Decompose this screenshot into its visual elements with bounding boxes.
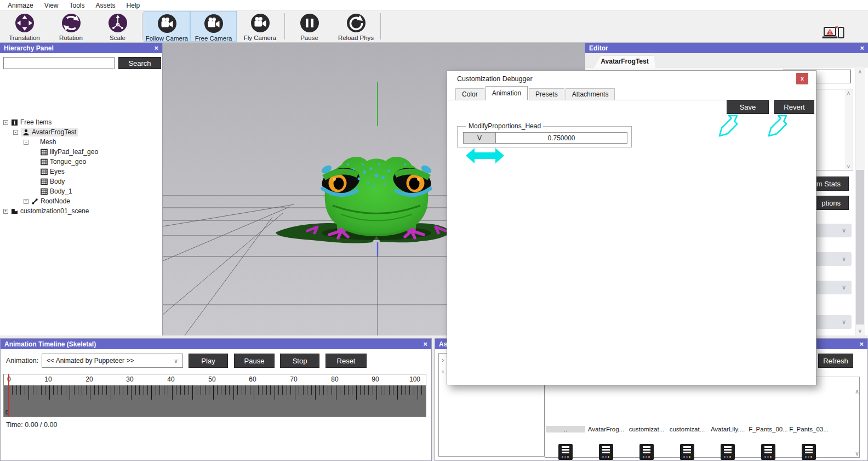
translation-button[interactable]: Translation (1, 11, 48, 42)
menu-view[interactable]: View (39, 0, 64, 11)
close-icon[interactable]: × (423, 340, 427, 348)
refresh-button[interactable]: Refresh (818, 354, 853, 368)
tree-item-body[interactable]: Body (41, 177, 65, 186)
tree-item-label: customization01_scene (20, 207, 89, 215)
expand-icon[interactable]: + (3, 209, 8, 214)
save-pointer-arrow-icon (718, 113, 740, 138)
chevron-down-icon[interactable]: ∨ (855, 328, 865, 334)
tree-item-lilypad-leaf-geo[interactable]: lilyPad_leaf_geo (41, 147, 98, 157)
parameter-value-field[interactable]: 0.750000 (496, 133, 627, 143)
asset-item[interactable]: AvatarFrog... (586, 426, 626, 432)
menu-tools[interactable]: Tools (64, 0, 90, 11)
collapse-icon[interactable]: - (13, 130, 18, 135)
timeline-ruler[interactable]: 0 10 20 30 40 50 60 70 80 90 100 0 (3, 374, 426, 417)
menu-assets[interactable]: Assets (90, 0, 121, 11)
chevron-right-icon: › (442, 367, 444, 375)
asset-item[interactable]: crown_king... (789, 444, 829, 461)
chevron-down-icon: ∨ (842, 227, 846, 234)
hierarchy-panel: Hierarchy Panel × Search - Free Items - … (0, 43, 163, 335)
dialog-close-button[interactable]: x (796, 73, 808, 84)
tab-animation[interactable]: Animation (486, 86, 528, 100)
tree-item-body-1[interactable]: Body_1 (41, 186, 72, 196)
asset-item[interactable]: PropEvilM... (708, 444, 747, 461)
tree-item-free-items[interactable]: - Free Items (3, 117, 52, 127)
asset-item[interactable]: F_Shirt_00.... (546, 444, 585, 461)
modify-proportions-group: ModifyProportions_Head V 0.750000 (457, 126, 632, 147)
asset-item[interactable]: F_Pants_03... (789, 426, 829, 432)
animation-select[interactable]: << Animated by Puppeteer >> ∨ (42, 354, 183, 368)
pause-button[interactable]: Pause (286, 11, 333, 42)
rotation-icon (61, 13, 82, 33)
inner-scrollbar[interactable]: ∧ ∨ (845, 90, 852, 169)
tab-avatarfrogtest[interactable]: AvatarFrogTest (594, 55, 655, 67)
tree-item-customization01-scene[interactable]: + customization01_scene (3, 206, 89, 216)
expand-icon[interactable]: + (24, 199, 28, 204)
stop-button[interactable]: Stop (280, 354, 319, 368)
rotation-button[interactable]: Rotation (48, 11, 94, 42)
search-button[interactable]: Search (118, 57, 161, 69)
scale-button[interactable]: Scale (94, 11, 141, 42)
reset-button[interactable]: Reset (326, 354, 367, 368)
playhead[interactable] (8, 374, 9, 417)
main-toolbar: Translation Rotation Scale Follow Camera… (0, 11, 868, 43)
slider-double-arrow-icon (465, 146, 505, 166)
menu-help[interactable]: Help (121, 0, 146, 11)
play-button[interactable]: Play (189, 354, 228, 368)
editor-scrollbar[interactable]: ∧ ∨ (855, 67, 865, 335)
hierarchy-title: Hierarchy Panel (4, 44, 54, 52)
collapse-icon[interactable]: - (3, 120, 8, 125)
follow-camera-button[interactable]: Follow Camera (144, 11, 190, 42)
tree-item-label: RootNode (41, 197, 70, 205)
save-button[interactable]: Save (727, 100, 769, 114)
close-icon[interactable]: × (859, 340, 864, 348)
mesh-icon (41, 158, 48, 166)
tab-presets[interactable]: Presets (529, 88, 564, 100)
devices-warning-icon (821, 24, 844, 42)
revert-button[interactable]: Revert (774, 100, 814, 114)
tree-item-avatarfrogtest[interactable]: - AvatarFrogTest (13, 127, 78, 137)
asset-item[interactable]: cc_female.... (749, 444, 788, 461)
collapse-icon[interactable]: - (24, 140, 28, 145)
customization-debugger-dialog: Customization Debugger x Color Animation… (447, 70, 816, 385)
asset-item[interactable]: PropCircul... (667, 444, 707, 461)
menu-animaze[interactable]: Animaze (2, 0, 39, 11)
asset-item[interactable]: customizat... (627, 426, 666, 432)
tree-item-tongue-geo[interactable]: Tongue_geo (41, 157, 86, 167)
timeline-track[interactable]: 0 (4, 385, 426, 417)
tree-item-rootnode[interactable]: + RootNode (24, 196, 70, 206)
scene-icon (11, 208, 18, 215)
scrollbar-thumb[interactable] (856, 170, 864, 325)
asset-item[interactable]: F_Shirt_02.... (586, 444, 626, 461)
chevron-down-icon[interactable]: ∨ (845, 163, 852, 169)
asset-item[interactable]: F_Skirt_01.... (627, 444, 666, 461)
chevron-down-icon[interactable]: ∨ (855, 450, 859, 457)
tree-item-eyes[interactable]: Eyes (41, 167, 65, 177)
assets-grid[interactable]: .. AvatarFrog... customizat... customiza… (545, 377, 860, 458)
tree-item-mesh[interactable]: - Mesh (24, 137, 56, 147)
asset-item[interactable]: AvatarLily.... (708, 426, 747, 432)
asset-item-up[interactable]: .. (546, 426, 585, 432)
mesh-icon (41, 168, 48, 175)
tab-attachments[interactable]: Attachments (566, 88, 615, 100)
tree-item-label: Tongue_geo (50, 158, 86, 166)
chevron-right-icon: › (442, 356, 444, 364)
reload-phys-button[interactable]: Reload Phys (333, 11, 379, 42)
parameter-key-button[interactable]: V (464, 133, 496, 143)
close-icon[interactable]: × (860, 44, 864, 52)
chevron-up-icon[interactable]: ∧ (845, 90, 852, 96)
fly-camera-button[interactable]: Fly Camera (237, 11, 283, 42)
animation-timeline-panel: Animation Timeline (Skeletal) × Animatio… (0, 338, 432, 461)
tree-item-label: Eyes (50, 168, 65, 175)
tab-color[interactable]: Color (455, 88, 484, 100)
dialog-titlebar[interactable]: Customization Debugger (447, 71, 816, 87)
chevron-up-icon[interactable]: ∧ (855, 388, 859, 395)
pause-button-timeline[interactable]: Pause (234, 354, 275, 368)
asset-item[interactable]: customizat... (667, 426, 707, 432)
dialog-tabstrip: Color Animation Presets Attachments (447, 87, 816, 100)
editor-title: Editor (589, 44, 608, 52)
chevron-up-icon[interactable]: ∧ (855, 67, 865, 75)
close-icon[interactable]: × (154, 44, 158, 52)
search-input[interactable] (3, 57, 115, 69)
asset-item[interactable]: F_Pants_00... (749, 426, 788, 432)
free-camera-button[interactable]: Free Camera (190, 11, 237, 42)
